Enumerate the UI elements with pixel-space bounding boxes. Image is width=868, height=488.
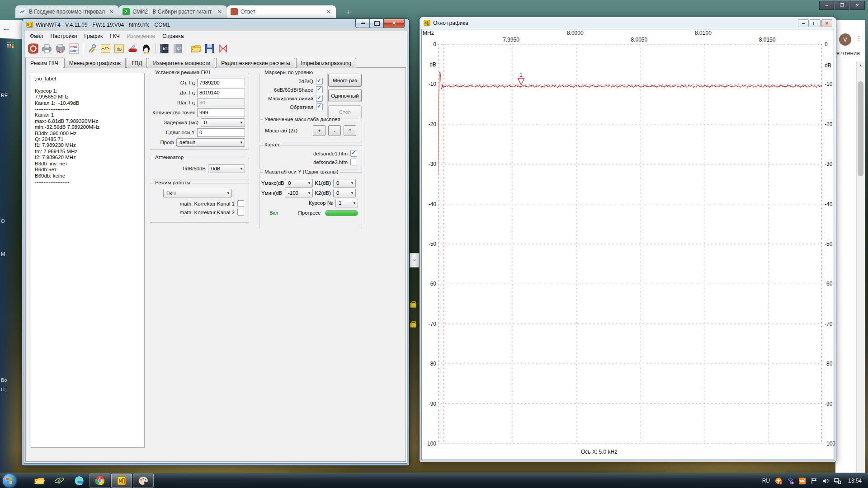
open-folder-icon[interactable] <box>190 42 202 55</box>
correction-checkbox[interactable] <box>237 200 244 207</box>
browser-maximize-button[interactable]: ❐ <box>835 1 849 10</box>
sweep-row: От, Гц7989200 <box>150 78 249 88</box>
tab-ГПД[interactable]: ГПД <box>127 58 147 68</box>
browser-scrollbar[interactable]: ▲ <box>856 61 864 473</box>
back-arrow-icon[interactable]: ← <box>3 24 10 33</box>
select-Проф[interactable]: default▼ <box>176 138 245 147</box>
axis-tick-label: -90 <box>825 401 832 407</box>
graph-titlebar[interactable]: Окно графика <box>420 17 836 29</box>
marker-checkbox[interactable] <box>316 86 323 93</box>
tab-close-icon[interactable]: ✕ <box>108 9 115 15</box>
menu-Файл[interactable]: Файл <box>26 32 47 40</box>
zoom-+-button[interactable]: + <box>313 125 326 136</box>
chevron-down-icon: ▼ <box>226 191 230 195</box>
menu-Настройки[interactable]: Настройки <box>47 32 81 40</box>
axis-tick-label: -30 <box>422 161 436 167</box>
maximize-button[interactable] <box>810 19 821 27</box>
remote-access-tray-icon[interactable] <box>787 477 795 485</box>
k2-select[interactable]: 0▼ <box>333 189 356 197</box>
volume-icon[interactable] <box>822 477 830 485</box>
antivirus-tray-icon[interactable] <box>775 477 783 485</box>
tab-close-icon[interactable]: ✕ <box>325 9 332 15</box>
input-Количество точек[interactable]: 999 <box>197 108 245 117</box>
menu-График[interactable]: График <box>80 32 106 40</box>
maximize-button[interactable] <box>370 19 383 28</box>
browser-tab[interactable]: В Госдуме прокомментировали✕ <box>15 5 119 18</box>
zoom---button[interactable]: - <box>328 125 341 136</box>
marker-checkbox[interactable] <box>316 103 323 110</box>
background-text-fragment: П; <box>1 387 6 392</box>
export-image-icon[interactable]: PNGBMP <box>68 42 80 55</box>
knife-icon[interactable] <box>127 42 139 55</box>
action-center-flag-icon[interactable] <box>810 477 818 485</box>
taskbar-winnwt-button[interactable] <box>111 474 132 488</box>
taskbar-edge-icon[interactable] <box>72 474 86 488</box>
browser-tab[interactable]: Ответ✕ <box>227 5 336 18</box>
sweep-row: Задержка (мс)0▼ <box>150 117 249 127</box>
input-От, Гц[interactable]: 7989200 <box>197 79 245 87</box>
clear-x-icon[interactable] <box>217 42 229 55</box>
start-button[interactable] <box>3 474 16 488</box>
browser-minimize-button[interactable]: – <box>819 1 834 10</box>
k1-select[interactable]: 0▼ <box>333 179 356 188</box>
minimize-button[interactable] <box>355 19 370 28</box>
winnwt-titlebar[interactable]: WinNWT4 - V.4.11.09 - FW:1.19:V04 - hfm9… <box>22 19 409 31</box>
marker-checkbox[interactable] <box>316 95 323 102</box>
marker-checkbox[interactable] <box>316 78 323 84</box>
tab-close-icon[interactable]: ✕ <box>216 9 223 15</box>
power-icon[interactable] <box>27 42 39 55</box>
taskbar-paint-button[interactable] <box>133 474 154 488</box>
orange-app-tray-icon[interactable] <box>798 477 807 485</box>
channel-checkbox[interactable] <box>350 159 357 165</box>
sweep-plot[interactable]: 1 <box>439 44 822 444</box>
taskbar-chrome-button[interactable] <box>90 474 110 488</box>
tab-Режим ГКЧ[interactable]: Режим ГКЧ <box>25 57 63 68</box>
scroll-up-icon[interactable]: ▲ <box>857 61 864 69</box>
mode-select[interactable]: ГКЧ▼ <box>163 189 232 197</box>
input-До, Гц[interactable]: 8019140 <box>197 89 245 97</box>
menu-ГКЧ[interactable]: ГКЧ <box>106 32 123 40</box>
browser-close-button[interactable]: ✕ <box>850 1 865 10</box>
menu-Справка[interactable]: Справка <box>159 32 187 40</box>
print-icon[interactable] <box>41 42 53 55</box>
db-scale-icon[interactable]: dB <box>113 42 125 55</box>
save-icon[interactable] <box>203 42 216 55</box>
minimize-button[interactable] <box>798 19 809 27</box>
new-tab-button[interactable]: + <box>343 7 354 17</box>
graph-profile-icon[interactable] <box>99 42 112 55</box>
menu-dots-icon[interactable]: ⋮ <box>856 35 862 42</box>
language-indicator[interactable]: RU <box>762 478 770 484</box>
cursor-marker[interactable] <box>518 79 524 85</box>
zoom-^-button[interactable]: ^ <box>344 125 356 136</box>
tab-Измеритель мощности[interactable]: Измеритель мощности <box>148 58 215 68</box>
close-button[interactable]: ✕ <box>383 19 405 28</box>
x-unit-label: MHz <box>423 30 434 36</box>
ymin-select[interactable]: -100▼ <box>285 189 313 197</box>
tab-Радиотехнические расчеты[interactable]: Радиотехнические расчеты <box>216 58 295 68</box>
menubar: ФайлНастройкиГрафикГКЧИзмерениеСправка <box>24 31 407 41</box>
select-Задержка (мс)[interactable]: 0▼ <box>201 118 245 127</box>
close-button[interactable]: ✕ <box>821 19 832 27</box>
tab-Impedanzanpassung[interactable]: Impedanzanpassung <box>296 58 356 68</box>
avatar[interactable]: V <box>839 33 851 46</box>
taskbar-ie-icon[interactable]: e <box>52 474 66 488</box>
tools-icon[interactable] <box>86 42 98 55</box>
button-Одиночный[interactable]: Одиночный <box>328 89 362 102</box>
clock[interactable]: 13:54 <box>848 478 862 484</box>
taskbar-explorer-icon[interactable] <box>33 474 46 488</box>
channel-checkbox[interactable] <box>350 150 357 157</box>
browser-tab[interactable]: 2СМИ2 - В Сибири растет гигант✕ <box>119 5 227 18</box>
correction-checkbox[interactable] <box>237 209 244 216</box>
input-Сдвиг оси Y[interactable]: 0 <box>197 128 245 137</box>
print-pdf-icon[interactable]: PDF <box>54 42 66 55</box>
correction-k1-icon[interactable]: K1 <box>158 42 170 55</box>
tux-icon[interactable] <box>140 42 152 55</box>
correction-k2-icon[interactable]: K2 <box>172 42 184 55</box>
tab-Менеджер графиков[interactable]: Менеджер графиков <box>64 58 126 68</box>
button-Много раз[interactable]: Много раз <box>328 74 362 87</box>
scrollbar-thumb[interactable] <box>858 81 863 176</box>
network-icon[interactable] <box>834 477 842 485</box>
ymax-select[interactable]: 0▼ <box>285 179 313 188</box>
attenuator-select[interactable]: 0dB▼ <box>208 164 245 173</box>
cursor-select[interactable]: 1▼ <box>335 199 358 207</box>
